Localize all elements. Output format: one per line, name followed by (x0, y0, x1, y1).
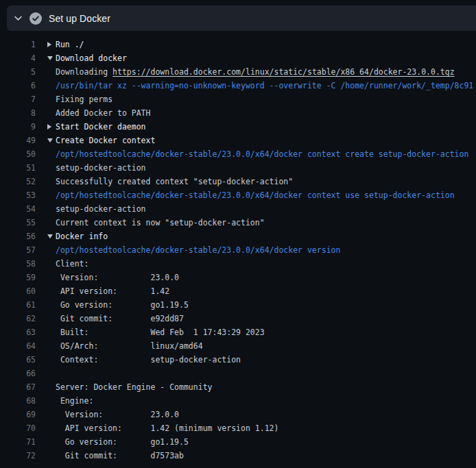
triangle-down-icon[interactable] (47, 138, 53, 143)
step-header[interactable]: Set up Docker (7, 5, 476, 31)
chevron-down-icon[interactable] (14, 14, 23, 23)
log-text: Version: 23.0.0 (56, 271, 179, 284)
step-title: Set up Docker (49, 13, 110, 24)
line-number[interactable]: 54 (0, 202, 36, 216)
line-number[interactable]: 68 (0, 394, 36, 408)
log-line: 64 OS/Arch: linux/amd64 (0, 339, 476, 353)
line-number[interactable]: 55 (0, 216, 36, 230)
log-line: 70 API version: 1.42 (minimum version 1.… (0, 421, 476, 435)
log-line: 69 Version: 23.0.0 (0, 408, 476, 421)
log-text: Version: 23.0.0 (56, 408, 179, 421)
log-text: Git commit: d7573ab (56, 449, 184, 463)
log-text: setup-docker-action (56, 202, 146, 216)
triangle-down-icon[interactable] (47, 234, 53, 238)
log-line: 66 (0, 367, 476, 380)
line-number[interactable]: 66 (0, 367, 36, 380)
log-text: Downloading https://download.docker.com/… (56, 65, 455, 79)
log-text: Fixing perms (56, 93, 112, 106)
log-text: setup-docker-action (56, 161, 146, 175)
log-group-title[interactable]: Download docker (56, 51, 127, 65)
line-number[interactable]: 65 (0, 353, 36, 367)
log-line: 62 Git commit: e92dd87 (0, 312, 476, 325)
line-number[interactable]: 62 (0, 312, 36, 325)
triangle-down-icon[interactable] (47, 56, 53, 60)
log-line: 67Server: Docker Engine - Community (0, 380, 476, 394)
line-number[interactable]: 67 (0, 380, 36, 394)
log-text: Built: Wed Feb 1 17:43:29 2023 (56, 325, 265, 339)
line-number[interactable]: 69 (0, 408, 36, 421)
log-text: Git commit: e92dd87 (56, 312, 184, 325)
log-line: 54setup-docker-action (0, 202, 476, 216)
log-line: 50/opt/hostedtoolcache/docker-stable/23.… (0, 147, 476, 161)
line-number[interactable]: 51 (0, 161, 36, 175)
download-url-link[interactable]: https://download.docker.com/linux/static… (112, 67, 455, 77)
log-line: 60 API version: 1.42 (0, 284, 476, 298)
log-line: 9Start Docker daemon (0, 120, 476, 134)
log-body: 1Run ./4Download docker5Downloading http… (0, 31, 476, 468)
log-text: Server: Docker Engine - Community (56, 380, 212, 394)
line-number[interactable]: 58 (0, 257, 36, 271)
line-number[interactable]: 49 (0, 134, 36, 147)
line-number[interactable]: 70 (0, 421, 36, 435)
line-number[interactable]: 57 (0, 243, 36, 257)
line-number[interactable]: 53 (0, 188, 36, 202)
log-line: 56Docker info (0, 230, 476, 243)
log-line: 71 Go version: go1.19.5 (0, 435, 476, 449)
log-line: 49Create Docker context (0, 134, 476, 147)
log-group-title[interactable]: Run ./ (56, 38, 84, 51)
line-number[interactable]: 56 (0, 230, 36, 243)
log-line: 65 Context: setup-docker-action (0, 353, 476, 367)
log-text: Successfully created context "setup-dock… (56, 175, 293, 188)
line-number[interactable]: 52 (0, 175, 36, 188)
line-number[interactable]: 64 (0, 339, 36, 353)
line-number[interactable]: 5 (0, 65, 36, 79)
line-number[interactable]: 8 (0, 106, 36, 120)
triangle-right-icon[interactable] (47, 124, 51, 130)
log-line: 72 Git commit: d7573ab (0, 449, 476, 463)
log-line: 68 Engine: (0, 394, 476, 408)
line-number[interactable]: 59 (0, 271, 36, 284)
log-group-title[interactable]: Docker info (56, 230, 108, 243)
log-group-title[interactable]: Create Docker context (56, 134, 155, 147)
line-number[interactable]: 1 (0, 38, 36, 51)
log-text: Added Docker to PATH (56, 106, 150, 120)
line-number[interactable]: 4 (0, 51, 36, 65)
log-line: 5Downloading https://download.docker.com… (0, 65, 476, 79)
line-number[interactable]: 6 (0, 79, 36, 93)
log-text: API version: 1.42 (56, 284, 169, 298)
log-line: 52Successfully created context "setup-do… (0, 175, 476, 188)
log-line: 8Added Docker to PATH (0, 106, 476, 120)
line-number[interactable]: 7 (0, 93, 36, 106)
log-line: 53/opt/hostedtoolcache/docker-stable/23.… (0, 188, 476, 202)
log-command-text: /opt/hostedtoolcache/docker-stable/23.0.… (56, 188, 455, 202)
log-line: 51setup-docker-action (0, 161, 476, 175)
line-number[interactable]: 9 (0, 120, 36, 134)
triangle-right-icon[interactable] (47, 42, 51, 47)
line-number[interactable]: 72 (0, 449, 36, 463)
log-text: Current context is now "setup-docker-act… (56, 216, 265, 230)
line-number[interactable]: 60 (0, 284, 36, 298)
log-command-text: /opt/hostedtoolcache/docker-stable/23.0.… (56, 147, 468, 161)
line-number[interactable]: 63 (0, 325, 36, 339)
log-line: 57/opt/hostedtoolcache/docker-stable/23.… (0, 243, 476, 257)
log-text: Go version: go1.19.5 (56, 298, 189, 312)
log-line: 7Fixing perms (0, 93, 476, 106)
log-text: Engine: (56, 394, 93, 408)
log-line: 61 Go version: go1.19.5 (0, 298, 476, 312)
log-command-text: /opt/hostedtoolcache/docker-stable/23.0.… (56, 243, 340, 257)
log-text: API version: 1.42 (minimum version 1.12) (56, 421, 278, 435)
line-number[interactable]: 50 (0, 147, 36, 161)
log-text: Go version: go1.19.5 (56, 435, 189, 449)
log-group-title[interactable]: Start Docker daemon (56, 120, 146, 134)
log-line: 1Run ./ (0, 38, 476, 51)
log-line: 4Download docker (0, 51, 476, 65)
log-line: 63 Built: Wed Feb 1 17:43:29 2023 (0, 325, 476, 339)
log-text: Context: setup-docker-action (56, 353, 241, 367)
log-line: 6/usr/bin/tar xz --warning=no-unknown-ke… (0, 79, 476, 93)
line-number[interactable]: 71 (0, 435, 36, 449)
log-text: OS/Arch: linux/amd64 (56, 339, 203, 353)
log-line: 59 Version: 23.0.0 (0, 271, 476, 284)
log-line: 58Client: (0, 257, 476, 271)
line-number[interactable]: 61 (0, 298, 36, 312)
log-text: Client: (56, 257, 88, 271)
